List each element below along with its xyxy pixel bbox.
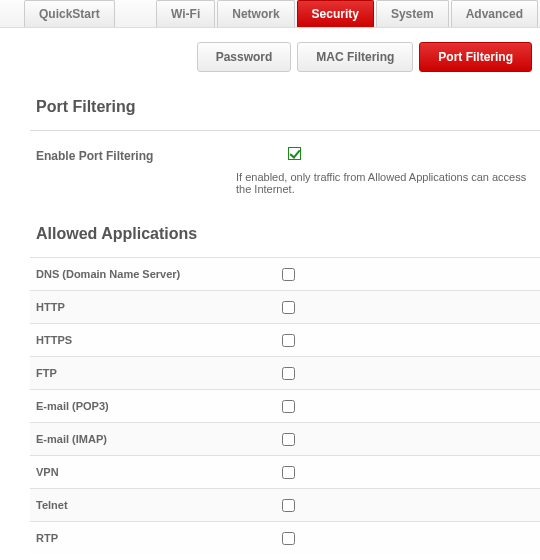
divider xyxy=(30,130,540,131)
app-row: E-mail (POP3) xyxy=(30,389,540,422)
app-checkbox[interactable] xyxy=(282,499,295,512)
app-checkbox[interactable] xyxy=(282,466,295,479)
enable-port-filtering-description: If enabled, only traffic from Allowed Ap… xyxy=(236,171,540,195)
app-row: RTP xyxy=(30,521,540,554)
app-row: HTTPS xyxy=(30,323,540,356)
tab-network[interactable]: Network xyxy=(217,0,294,27)
app-name-label: E-mail (IMAP) xyxy=(30,433,282,445)
app-checkbox[interactable] xyxy=(282,268,295,281)
app-name-label: RTP xyxy=(30,532,282,544)
app-row: DNS (Domain Name Server) xyxy=(30,257,540,290)
app-row: E-mail (IMAP) xyxy=(30,422,540,455)
app-checkbox[interactable] xyxy=(282,301,295,314)
tab-wifi[interactable]: Wi-Fi xyxy=(156,0,215,27)
app-name-label: FTP xyxy=(30,367,282,379)
app-name-label: VPN xyxy=(30,466,282,478)
app-name-label: HTTPS xyxy=(30,334,282,346)
app-checkbox[interactable] xyxy=(282,367,295,380)
app-name-label: DNS (Domain Name Server) xyxy=(30,268,282,280)
app-name-label: E-mail (POP3) xyxy=(30,400,282,412)
app-row: VPN xyxy=(30,455,540,488)
subtab-mac-filtering[interactable]: MAC Filtering xyxy=(297,42,413,72)
app-row: FTP xyxy=(30,356,540,389)
content-area: Port Filtering Enable Port Filtering If … xyxy=(0,86,540,560)
app-checkbox[interactable] xyxy=(282,400,295,413)
app-row: Telnet xyxy=(30,488,540,521)
enable-port-filtering-row: Enable Port Filtering If enabled, only t… xyxy=(36,147,540,195)
main-tab-bar: QuickStart Wi-Fi Network Security System… xyxy=(0,0,540,28)
app-checkbox[interactable] xyxy=(282,334,295,347)
allowed-applications-list: DNS (Domain Name Server)HTTPHTTPSFTPE-ma… xyxy=(30,257,540,554)
app-name-label: HTTP xyxy=(30,301,282,313)
tab-quickstart[interactable]: QuickStart xyxy=(24,0,115,27)
subtab-password[interactable]: Password xyxy=(197,42,292,72)
app-row: HTTP xyxy=(30,290,540,323)
app-name-label: Telnet xyxy=(30,499,282,511)
enable-port-filtering-checkbox[interactable] xyxy=(288,147,301,160)
app-checkbox[interactable] xyxy=(282,433,295,446)
section-title-port-filtering: Port Filtering xyxy=(36,98,540,116)
tab-advanced[interactable]: Advanced xyxy=(451,0,538,27)
sub-tab-bar: Password MAC Filtering Port Filtering xyxy=(0,28,540,86)
enable-port-filtering-label: Enable Port Filtering xyxy=(36,147,236,163)
tab-security[interactable]: Security xyxy=(297,0,374,27)
section-title-allowed-applications: Allowed Applications xyxy=(36,225,540,243)
app-checkbox[interactable] xyxy=(282,532,295,545)
tab-system[interactable]: System xyxy=(376,0,449,27)
subtab-port-filtering[interactable]: Port Filtering xyxy=(419,42,532,72)
